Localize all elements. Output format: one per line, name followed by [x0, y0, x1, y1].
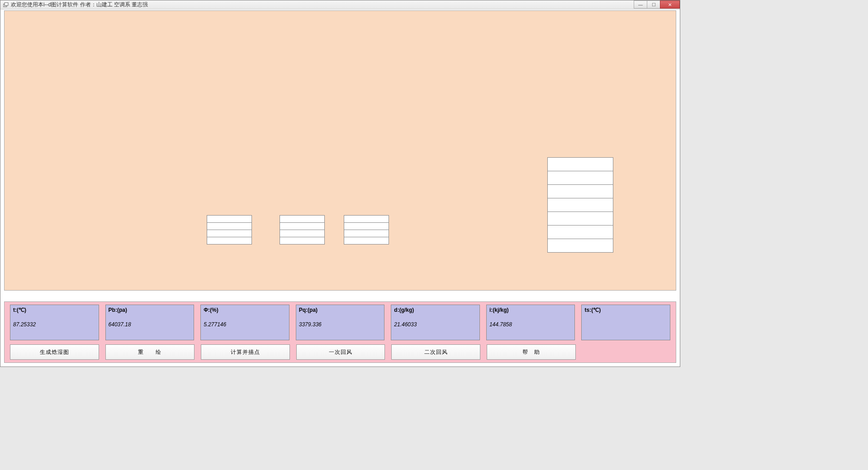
secondary-return-air-button[interactable]: 二次回风: [391, 344, 480, 360]
minimize-button[interactable]: —: [634, 0, 647, 9]
value-box-i: i:(kj/kg) 144.7858: [486, 305, 575, 340]
results-grid: [547, 157, 613, 253]
maximize-button[interactable]: ☐: [647, 0, 660, 9]
generate-chart-button[interactable]: 生成焓湿图: [10, 344, 99, 360]
value-box-d: d:(g/kg) 21.46033: [391, 305, 480, 340]
value-box-pq: Pq:(pa) 3379.336: [296, 305, 385, 340]
value-i: 144.7858: [489, 321, 572, 328]
grid3-row2[interactable]: [344, 230, 389, 237]
grid3-row3[interactable]: [344, 237, 389, 244]
grid1-row1[interactable]: [207, 222, 252, 230]
primary-return-air-button[interactable]: 一次回风: [296, 344, 385, 360]
grid3-row0[interactable]: [344, 215, 389, 223]
window-title: 欢迎您使用本i--d图计算软件 作者：山建工 空调系 董志强: [11, 1, 148, 9]
grid3-row1[interactable]: [344, 222, 389, 230]
grid2-row1[interactable]: [280, 222, 325, 230]
label-phi: Φ:(%): [204, 307, 286, 313]
label-ts: ts:(℃): [584, 307, 667, 313]
input-grid-3: [344, 215, 389, 244]
value-box-ts: ts:(℃): [581, 305, 670, 340]
result-row3[interactable]: [547, 198, 613, 212]
redraw-button[interactable]: 重 绘: [105, 344, 194, 360]
value-pb: 64037.18: [109, 321, 191, 328]
label-pb: Pb:(pa): [109, 307, 191, 313]
buttons-row: 生成焓湿图 重 绘 计算并描点 一次回风 二次回风 帮 助: [10, 344, 670, 360]
value-box-pb: Pb:(pa) 64037.18: [105, 305, 194, 340]
label-pq: Pq:(pa): [299, 307, 382, 313]
input-grid-2: [280, 215, 325, 244]
help-button[interactable]: 帮 助: [487, 344, 576, 360]
value-box-phi: Φ:(%) 5.277146: [200, 305, 289, 340]
value-pq: 3379.336: [299, 321, 382, 328]
result-row5[interactable]: [547, 225, 613, 239]
result-row0[interactable]: [547, 157, 613, 171]
result-row6[interactable]: [547, 239, 613, 253]
value-t: 87.25332: [13, 321, 96, 328]
result-row4[interactable]: [547, 212, 613, 226]
label-d: d:(g/kg): [394, 307, 477, 313]
chart-canvas: [4, 10, 676, 291]
titlebar: 欢迎您使用本i--d图计算软件 作者：山建工 空调系 董志强 — ☐ ✕: [0, 0, 680, 9]
result-row2[interactable]: [547, 184, 613, 198]
grid1-row3[interactable]: [207, 237, 252, 244]
value-d: 21.46033: [394, 321, 477, 328]
label-t: t:(℃): [13, 307, 96, 313]
value-phi: 5.277146: [204, 321, 286, 328]
calculate-button[interactable]: 计算并描点: [201, 344, 290, 360]
main-window: 欢迎您使用本i--d图计算软件 作者：山建工 空调系 董志强 — ☐ ✕: [0, 0, 680, 367]
input-grid-1: [207, 215, 252, 244]
value-box-t: t:(℃) 87.25332: [10, 305, 99, 340]
bottom-panel: t:(℃) 87.25332 Pb:(pa) 64037.18 Φ:(%) 5.…: [4, 301, 676, 363]
close-button[interactable]: ✕: [660, 0, 680, 9]
app-icon: [3, 2, 9, 8]
grid2-row2[interactable]: [280, 230, 325, 237]
window-controls: — ☐ ✕: [634, 0, 680, 9]
value-boxes-row: t:(℃) 87.25332 Pb:(pa) 64037.18 Φ:(%) 5.…: [10, 305, 670, 340]
svg-rect-1: [5, 3, 8, 5]
grid2-row3[interactable]: [280, 237, 325, 244]
grid1-row0[interactable]: [207, 215, 252, 223]
grid2-row0[interactable]: [280, 215, 325, 223]
result-row1[interactable]: [547, 171, 613, 185]
label-i: i:(kj/kg): [489, 307, 572, 313]
grid1-row2[interactable]: [207, 230, 252, 237]
